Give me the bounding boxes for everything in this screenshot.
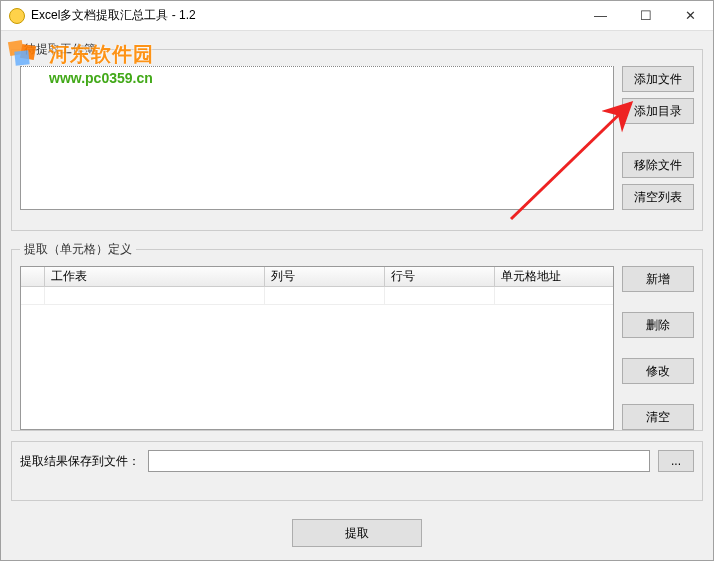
browse-button[interactable]: ... [658,450,694,472]
window-controls: — ☐ ✕ [578,1,713,30]
definitions-buttons: 新增 删除 修改 清空 [622,266,694,430]
col-rownum[interactable]: 行号 [385,267,495,286]
workbooks-listbox[interactable] [20,66,614,210]
minimize-button[interactable]: — [578,1,623,30]
def-add-button[interactable]: 新增 [622,266,694,292]
window-title: Excel多文档提取汇总工具 - 1.2 [31,7,578,24]
add-dir-button[interactable]: 添加目录 [622,98,694,124]
col-index [21,267,45,286]
col-worksheet[interactable]: 工作表 [45,267,265,286]
application-window: Excel多文档提取汇总工具 - 1.2 — ☐ ✕ 河东软件园 www.pc0… [0,0,714,561]
workbooks-fieldset: 待提取工作簿 添加文件 添加目录 移除文件 清空列表 [11,41,703,231]
titlebar: Excel多文档提取汇总工具 - 1.2 — ☐ ✕ [1,1,713,31]
definitions-legend: 提取（单元格）定义 [20,241,136,258]
def-delete-button[interactable]: 删除 [622,312,694,338]
close-button[interactable]: ✕ [668,1,713,30]
col-address[interactable]: 单元格地址 [495,267,613,286]
extract-button[interactable]: 提取 [292,519,422,547]
table-header: 工作表 列号 行号 单元格地址 [21,267,613,287]
def-clear-button[interactable]: 清空 [622,404,694,430]
col-colnum[interactable]: 列号 [265,267,385,286]
table-body [21,287,613,429]
remove-file-button[interactable]: 移除文件 [622,152,694,178]
definitions-fieldset: 提取（单元格）定义 工作表 列号 行号 单元格地址 [11,241,703,431]
table-row[interactable] [21,287,613,305]
output-label: 提取结果保存到文件： [20,453,140,470]
workbooks-buttons: 添加文件 添加目录 移除文件 清空列表 [622,66,694,210]
output-fieldset: 提取结果保存到文件： ... [11,441,703,501]
client-area: 河东软件园 www.pc0359.cn 待提取工作簿 添加文件 添加目录 移除文… [1,31,713,560]
add-file-button[interactable]: 添加文件 [622,66,694,92]
definitions-table[interactable]: 工作表 列号 行号 单元格地址 [20,266,614,430]
def-edit-button[interactable]: 修改 [622,358,694,384]
maximize-button[interactable]: ☐ [623,1,668,30]
app-icon [9,8,25,24]
workbooks-legend: 待提取工作簿 [20,41,100,58]
bottom-bar: 提取 [11,511,703,549]
output-path-input[interactable] [148,450,650,472]
clear-list-button[interactable]: 清空列表 [622,184,694,210]
